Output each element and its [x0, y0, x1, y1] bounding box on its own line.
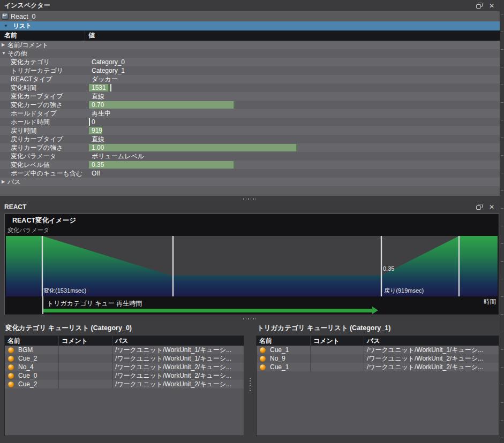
window-controls: ✕	[476, 204, 495, 210]
property-name: REACTタイプ	[11, 75, 89, 84]
property-row[interactable]: ホールドタイプ 再生中	[0, 109, 500, 118]
property-row[interactable]: 変化レベル値 0.35	[0, 161, 500, 169]
change-category-list-title: 変化カテゴリ キューリスト (Category_0)	[5, 324, 132, 333]
cue-column-path-header[interactable]: パス	[112, 336, 244, 346]
horizontal-splitter[interactable]	[0, 196, 500, 202]
cue-comment	[310, 363, 364, 371]
property-row[interactable]: 変化時間 1531	[0, 83, 500, 92]
property-row[interactable]: 変化カーブタイプ 直線	[0, 92, 500, 101]
property-name: ポーズ中のキューも含む	[11, 169, 89, 178]
property-value[interactable]: 1.00	[89, 143, 500, 152]
react-titlebar: REACT ✕	[0, 202, 500, 212]
cue-path: /ワークユニット/WorkUnit_1/キューシ...	[112, 354, 244, 363]
property-row[interactable]: 戻り時間 919	[0, 126, 500, 135]
inspected-object-row[interactable]: React_0	[0, 11, 500, 21]
property-row[interactable]: 変化カテゴリ Category_0	[0, 58, 500, 66]
list-section-header[interactable]: ▼ リスト	[0, 21, 500, 30]
tree-group-row[interactable]: ▶ パス	[0, 178, 500, 186]
cue-comment	[310, 346, 364, 354]
collapse-triangle-icon[interactable]: ▼	[4, 24, 8, 28]
cue-row[interactable]: Cue_1 /ワークユニット/WorkUnit_1/キューシ...	[257, 346, 499, 354]
change-category-cue-list: 名前 コメント パス BGM /ワークユニット/WorkUnit_1/キューシ.…	[4, 335, 244, 436]
property-value-text: 直線	[92, 92, 104, 101]
cue-column-path-header[interactable]: パス	[364, 336, 499, 346]
cue-row[interactable]: Cue_2 /ワークユニット/WorkUnit_2/キューシ...	[5, 380, 244, 388]
property-value[interactable]: 直線	[89, 92, 500, 101]
close-icon[interactable]: ✕	[489, 3, 494, 9]
cue-path: /ワークユニット/WorkUnit_2/キューシ...	[364, 363, 499, 371]
float-window-icon[interactable]	[476, 204, 483, 210]
property-row[interactable]: 変化カーブの強さ 0.70	[0, 101, 500, 109]
cue-row[interactable]: No_9 /ワークユニット/WorkUnit_2/キューシ...	[257, 354, 499, 363]
horizontal-splitter[interactable]	[0, 316, 500, 321]
chart-marker-line	[172, 236, 174, 296]
cue-row[interactable]: Cue_0 /ワークユニット/WorkUnit_2/キューシ...	[5, 371, 244, 380]
property-value[interactable]: 0.70	[89, 101, 500, 109]
cue-column-comment-header[interactable]: コメント	[310, 336, 364, 346]
property-value[interactable]: 919	[89, 126, 500, 135]
list-section-label: リスト	[13, 22, 32, 30]
property-row[interactable]: 戻りカーブタイプ 直線	[0, 135, 500, 143]
tree-group-row[interactable]: ▶ 名前/コメント	[0, 41, 500, 49]
property-row[interactable]: ホールド時間 0	[0, 118, 500, 126]
property-value-text: 直線	[92, 135, 104, 143]
value-bar	[89, 161, 235, 169]
cue-row[interactable]: Cue_1 /ワークユニット/WorkUnit_2/キューシ...	[257, 363, 499, 371]
inspected-object-name: React_0	[11, 13, 36, 20]
property-value[interactable]: Category_1	[89, 66, 500, 75]
vertical-splitter[interactable]	[244, 335, 256, 436]
react-image-groupbox: REACT変化イメージ 変化パラメータ 変化(1531	[4, 213, 499, 315]
property-value[interactable]: 0.35	[89, 161, 500, 169]
splitter-grip-icon	[250, 378, 251, 393]
cue-path: /ワークユニット/WorkUnit_2/キューシ...	[112, 380, 244, 388]
cue-column-comment-header[interactable]: コメント	[58, 336, 112, 346]
property-row[interactable]: トリガーカテゴリ Category_1	[0, 66, 500, 75]
property-value-text: 0.70	[92, 101, 104, 109]
property-value[interactable]: Off	[89, 169, 500, 178]
react-panel: REACT ✕ REACT変化イメージ 変化パラメータ	[0, 202, 500, 316]
property-name: 変化カーブタイプ	[11, 92, 89, 101]
property-row[interactable]: REACTタイプ ダッカー	[0, 75, 500, 83]
property-value[interactable]: ボリュームレベル	[89, 152, 500, 161]
property-value[interactable]: 直線	[89, 135, 500, 143]
float-window-icon[interactable]	[476, 3, 483, 9]
window-controls: ✕	[476, 3, 495, 9]
cue-path: /ワークユニット/WorkUnit_2/キューシ...	[364, 354, 499, 363]
property-name: 変化パラメータ	[11, 152, 89, 161]
property-value[interactable]: ダッカー	[89, 75, 500, 83]
property-row[interactable]: 戻りカーブの強さ 1.00	[0, 143, 500, 152]
scrollbar-gutter[interactable]	[500, 0, 504, 443]
react-panel-title: REACT	[4, 203, 26, 211]
cue-column-name-header[interactable]: 名前	[5, 336, 58, 346]
inspector-titlebar: インスペクター ✕	[0, 0, 500, 11]
property-value[interactable]: Category_0	[89, 58, 500, 66]
playback-arrow	[43, 309, 372, 312]
close-icon[interactable]: ✕	[489, 204, 494, 210]
tree-toggle-icon[interactable]: ▶	[2, 180, 7, 184]
column-value-header: 値	[85, 30, 500, 41]
property-value[interactable]: 1531	[89, 83, 500, 92]
chart-marker-line	[458, 236, 460, 296]
cue-icon	[8, 347, 14, 353]
cue-icon	[260, 364, 266, 370]
chart-marker-line	[42, 236, 43, 296]
cue-path: /ワークユニット/WorkUnit_2/キューシ...	[112, 371, 244, 380]
cue-row[interactable]: BGM /ワークユニット/WorkUnit_1/キューシ...	[5, 346, 244, 354]
property-value-text: ダッカー	[92, 75, 118, 83]
property-value-text: 0.35	[92, 161, 104, 169]
property-row[interactable]: 変化パラメータ ボリュームレベル	[0, 152, 500, 161]
tree-toggle-icon[interactable]: ▼	[2, 51, 7, 56]
cue-list-header: 名前 コメント パス	[5, 336, 244, 346]
cue-row[interactable]: Cue_2 /ワークユニット/WorkUnit_1/キューシ...	[5, 354, 244, 363]
property-value[interactable]: 0	[89, 118, 500, 126]
property-row[interactable]: ポーズ中のキューも含む Off	[0, 169, 500, 178]
cue-lists-section: 変化カテゴリ キューリスト (Category_0) トリガカテゴリ キューリス…	[0, 321, 500, 443]
property-value-text: 再生中	[92, 109, 111, 118]
cue-column-name-header[interactable]: 名前	[257, 336, 310, 346]
property-value[interactable]: 再生中	[89, 109, 500, 118]
tree-group-row[interactable]: ▼ その他	[0, 49, 500, 58]
tree-toggle-icon[interactable]: ▶	[2, 43, 7, 47]
property-name: 戻りカーブタイプ	[11, 135, 89, 144]
cue-name: Cue_2	[18, 355, 37, 362]
cue-row[interactable]: No_4 /ワークユニット/WorkUnit_2/キューシ...	[5, 363, 244, 371]
